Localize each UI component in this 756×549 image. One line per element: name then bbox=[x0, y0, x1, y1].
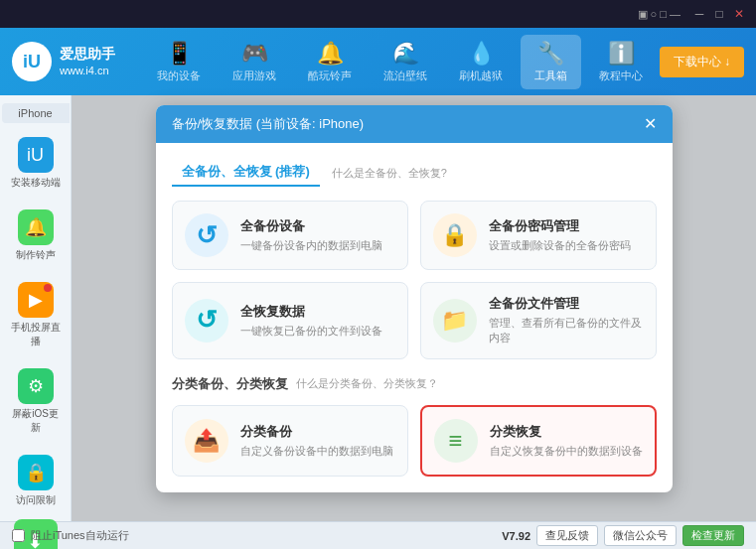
dialog-close-button[interactable]: ✕ bbox=[644, 116, 657, 132]
sidebar: iPhone iU 安装移动端 🔔 制作铃声 ▶ 手机投屏直播 ⚙ 屏蔽iOS更… bbox=[0, 95, 72, 521]
full-password-title: 全备份密码管理 bbox=[489, 217, 631, 235]
full-file-manage-desc: 管理、查看所有已备份的文件及内容 bbox=[489, 316, 644, 346]
nav-apps-games[interactable]: 🎮 应用游戏 bbox=[219, 35, 290, 89]
tutorial-icon: ℹ️ bbox=[608, 41, 635, 67]
main-area: iPhone iU 安装移动端 🔔 制作铃声 ▶ 手机投屏直播 ⚙ 屏蔽iOS更… bbox=[0, 95, 756, 521]
access-restrict-icon: 🔒 bbox=[18, 455, 54, 490]
ringtone-make-label: 制作铃声 bbox=[16, 248, 56, 262]
card-full-restore[interactable]: ↺ 全恢复数据 一键恢复已备份的文件到设备 bbox=[172, 282, 408, 359]
screen-live-wrapper: ▶ bbox=[18, 282, 54, 321]
sidebar-item-ios-update[interactable]: ⚙ 屏蔽iOS更新 bbox=[5, 360, 67, 443]
header: iU 爱思助手 www.i4.cn 📱 我的设备 🎮 应用游戏 🔔 酷玩铃声 🌊… bbox=[0, 28, 756, 95]
card-category-restore[interactable]: ≡ 分类恢复 自定义恢复备份中的数据到设备 bbox=[420, 405, 657, 477]
logo-text: 爱思助手 www.i4.cn bbox=[60, 45, 115, 79]
nav-jailbreak-label: 刷机越狱 bbox=[459, 69, 503, 83]
card-full-backup[interactable]: ↺ 全备份设备 一键备份设备内的数据到电脑 bbox=[172, 201, 408, 270]
nav-my-device-label: 我的设备 bbox=[157, 69, 201, 83]
bottombar-right: V7.92 查见反馈 微信公众号 检查更新 bbox=[502, 525, 744, 546]
itunes-checkbox[interactable] bbox=[12, 529, 25, 542]
nav-ringtone-label: 酷玩铃声 bbox=[308, 69, 352, 83]
full-backup-icon: ↺ bbox=[185, 213, 228, 257]
dialog-tabs: 全备份、全恢复 (推荐) 什么是全备份、全恢复? bbox=[172, 159, 657, 187]
update-button[interactable]: 检查更新 bbox=[682, 525, 744, 546]
full-restore-title: 全恢复数据 bbox=[240, 303, 382, 321]
install-app-label: 安装移动端 bbox=[11, 176, 61, 190]
brand-name: 爱思助手 bbox=[60, 45, 115, 65]
category-backup-desc: 自定义备份设备中的数据到电脑 bbox=[240, 444, 393, 459]
tab-what-full-link[interactable]: 什么是全备份、全恢复? bbox=[332, 166, 447, 181]
feedback-button[interactable]: 查见反馈 bbox=[536, 525, 598, 546]
category-backup-icon: 📤 bbox=[185, 419, 228, 463]
system-tray-icons: ▣ ○ □ — bbox=[638, 8, 680, 21]
category-restore-desc: 自定义恢复备份中的数据到设备 bbox=[490, 444, 643, 459]
card-category-backup[interactable]: 📤 分类备份 自定义备份设备中的数据到电脑 bbox=[172, 405, 408, 477]
version-label: V7.92 bbox=[502, 530, 530, 542]
access-restrict-label: 访问限制 bbox=[16, 493, 56, 507]
tab-full-backup[interactable]: 全备份、全恢复 (推荐) bbox=[172, 159, 320, 187]
wechat-button[interactable]: 微信公众号 bbox=[604, 525, 677, 546]
wallpaper-icon: 🌊 bbox=[392, 41, 419, 67]
ios-update-label: 屏蔽iOS更新 bbox=[9, 407, 63, 435]
ringtone-make-icon: 🔔 bbox=[18, 209, 54, 245]
category-label-text: 分类备份、分类恢复 bbox=[172, 375, 288, 393]
full-restore-icon: ↺ bbox=[185, 299, 228, 343]
category-card-grid: 📤 分类备份 自定义备份设备中的数据到电脑 ≡ 分类恢复 自定义恢复备份中的数据… bbox=[172, 405, 657, 477]
sidebar-item-ringtone[interactable]: 🔔 制作铃声 bbox=[5, 202, 67, 270]
nav-apps-games-label: 应用游戏 bbox=[232, 69, 276, 83]
nav-wallpaper-label: 流泊壁纸 bbox=[383, 69, 427, 83]
bottombar: 阻止iTunes自动运行 V7.92 查见反馈 微信公众号 检查更新 bbox=[0, 521, 756, 549]
screen-live-label: 手机投屏直播 bbox=[9, 321, 63, 348]
itunes-label: 阻止iTunes自动运行 bbox=[31, 528, 129, 543]
window-controls: ▣ ○ □ — ─ □ ✕ bbox=[638, 5, 748, 23]
ios-update-icon: ⚙ bbox=[18, 368, 54, 404]
full-restore-desc: 一键恢复已备份的文件到设备 bbox=[240, 324, 382, 339]
minimize-button[interactable]: ─ bbox=[690, 5, 708, 23]
nav-tutorial-label: 教程中心 bbox=[599, 69, 643, 83]
nav-ringtone[interactable]: 🔔 酷玩铃声 bbox=[294, 35, 366, 89]
nav-tools[interactable]: 🔧 工具箱 bbox=[521, 35, 581, 89]
backup-restore-dialog: 备份/恢复数据 (当前设备: iPhone) ✕ 全备份、全恢复 (推荐) 什么… bbox=[156, 105, 673, 492]
download-center-button[interactable]: 下载中心 ↓ bbox=[660, 47, 744, 77]
logo-area: iU 爱思助手 www.i4.cn bbox=[12, 42, 141, 81]
card-full-file-manage[interactable]: 📁 全备份文件管理 管理、查看所有已备份的文件及内容 bbox=[420, 282, 657, 359]
full-file-manage-icon: 📁 bbox=[433, 299, 477, 343]
dialog-body: 全备份、全恢复 (推荐) 什么是全备份、全恢复? ↺ 全备份设备 一键备份设备内… bbox=[156, 143, 673, 492]
content-area: 备份/恢复数据 (当前设备: iPhone) ✕ 全备份、全恢复 (推荐) 什么… bbox=[72, 95, 756, 521]
install-app-icon: iU bbox=[18, 137, 54, 173]
maximize-button[interactable]: □ bbox=[710, 5, 728, 23]
tools-icon: 🔧 bbox=[537, 41, 564, 67]
sidebar-item-install-app[interactable]: iU 安装移动端 bbox=[5, 129, 67, 198]
category-link[interactable]: 什么是分类备份、分类恢复？ bbox=[296, 376, 438, 391]
notification-dot bbox=[44, 284, 52, 292]
my-device-icon: 📱 bbox=[166, 41, 193, 67]
nav-my-device[interactable]: 📱 我的设备 bbox=[143, 35, 215, 89]
full-password-desc: 设置或删除设备的全备份密码 bbox=[489, 238, 631, 253]
sidebar-item-screen-live[interactable]: ▶ 手机投屏直播 bbox=[5, 274, 67, 356]
close-button[interactable]: ✕ bbox=[730, 5, 748, 23]
category-backup-title: 分类备份 bbox=[240, 423, 393, 441]
nav-wallpaper[interactable]: 🌊 流泊壁纸 bbox=[370, 35, 441, 89]
nav-tutorial[interactable]: ℹ️ 教程中心 bbox=[585, 35, 657, 89]
category-restore-title: 分类恢复 bbox=[490, 423, 643, 441]
nav-tools-label: 工具箱 bbox=[534, 69, 567, 83]
nav-bar: 📱 我的设备 🎮 应用游戏 🔔 酷玩铃声 🌊 流泊壁纸 💧 刷机越狱 🔧 工具箱… bbox=[141, 35, 660, 89]
apps-games-icon: 🎮 bbox=[241, 41, 268, 67]
card-full-password[interactable]: 🔒 全备份密码管理 设置或删除设备的全备份密码 bbox=[420, 201, 657, 270]
jailbreak-icon: 💧 bbox=[468, 41, 495, 67]
nav-jailbreak[interactable]: 💧 刷机越狱 bbox=[445, 35, 517, 89]
full-password-icon: 🔒 bbox=[433, 213, 477, 257]
sidebar-item-access-restrict[interactable]: 🔒 访问限制 bbox=[5, 447, 67, 515]
bottombar-left: 阻止iTunes自动运行 bbox=[12, 528, 494, 543]
dialog-overlay: 备份/恢复数据 (当前设备: iPhone) ✕ 全备份、全恢复 (推荐) 什么… bbox=[72, 95, 756, 521]
titlebar: ▣ ○ □ — ─ □ ✕ bbox=[0, 0, 756, 28]
full-backup-title: 全备份设备 bbox=[240, 217, 382, 235]
ringtone-icon: 🔔 bbox=[317, 41, 344, 67]
device-tab: iPhone bbox=[2, 103, 70, 123]
category-section-label: 分类备份、分类恢复 什么是分类备份、分类恢复？ bbox=[172, 375, 657, 393]
logo-icon: iU bbox=[12, 42, 52, 81]
dialog-title: 备份/恢复数据 (当前设备: iPhone) bbox=[172, 115, 365, 133]
full-backup-desc: 一键备份设备内的数据到电脑 bbox=[240, 238, 382, 253]
full-card-grid: ↺ 全备份设备 一键备份设备内的数据到电脑 🔒 全备份密码管理 设置或删除设备的… bbox=[172, 201, 657, 359]
dialog-header: 备份/恢复数据 (当前设备: iPhone) ✕ bbox=[156, 105, 673, 143]
category-restore-icon: ≡ bbox=[434, 419, 478, 463]
